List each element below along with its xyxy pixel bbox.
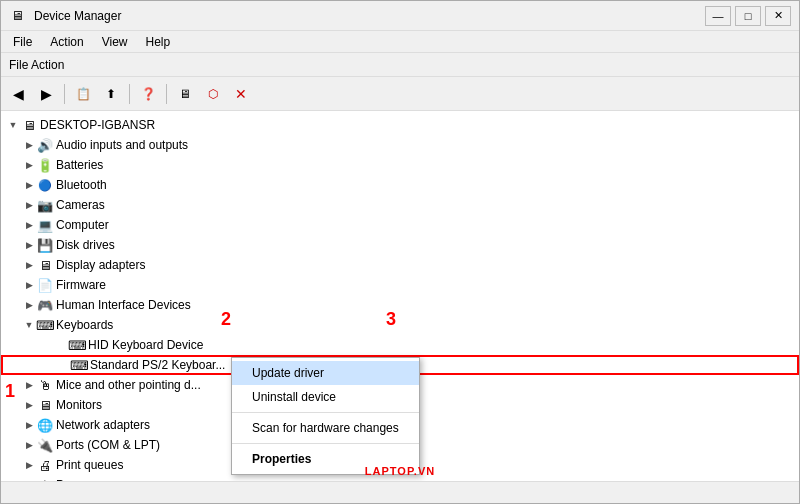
monitors-label: Monitors — [56, 398, 102, 412]
tree-cameras[interactable]: ▶ 📷 Cameras — [1, 195, 799, 215]
tree-hid-keyboard[interactable]: ▶ ⌨ HID Keyboard Device — [1, 335, 799, 355]
tree-processors[interactable]: ▶ ⚙ Processors — [1, 475, 799, 481]
ports-expander[interactable]: ▶ — [21, 437, 37, 453]
context-menu: Update driver Uninstall device Scan for … — [231, 357, 420, 475]
ps2-icon: ⌨ — [71, 357, 87, 373]
batteries-expander[interactable]: ▶ — [21, 157, 37, 173]
root-icon: 🖥 — [21, 117, 37, 133]
audio-icon: 🔊 — [37, 137, 53, 153]
monitors-icon: 🖥 — [37, 397, 53, 413]
tree-area[interactable]: ▼ 🖥 DESKTOP-IGBANSR ▶ 🔊 Audio inputs and… — [1, 111, 799, 481]
display-label: Display adapters — [56, 258, 145, 272]
window-title: Device Manager — [34, 9, 121, 23]
window-icon: 🖥 — [9, 8, 25, 24]
toolbar-back[interactable]: ◀ — [5, 82, 31, 106]
computer-expander[interactable]: ▶ — [21, 217, 37, 233]
title-bar: 🖥 Device Manager — □ ✕ — [1, 1, 799, 31]
print-expander[interactable]: ▶ — [21, 457, 37, 473]
tree-disk[interactable]: ▶ 💾 Disk drives — [1, 235, 799, 255]
tree-firmware[interactable]: ▶ 📄 Firmware — [1, 275, 799, 295]
tree-root[interactable]: ▼ 🖥 DESKTOP-IGBANSR — [1, 115, 799, 135]
toolbar-remove[interactable]: ✕ — [228, 82, 254, 106]
network-label: Network adapters — [56, 418, 150, 432]
print-label: Print queues — [56, 458, 123, 472]
ctx-separator-2 — [232, 443, 419, 444]
title-bar-left: 🖥 Device Manager — [9, 8, 121, 24]
main-content: ▼ 🖥 DESKTOP-IGBANSR ▶ 🔊 Audio inputs and… — [1, 111, 799, 481]
cameras-expander[interactable]: ▶ — [21, 197, 37, 213]
processors-icon: ⚙ — [37, 477, 53, 481]
monitors-expander[interactable]: ▶ — [21, 397, 37, 413]
disk-icon: 💾 — [37, 237, 53, 253]
toolbar-up[interactable]: ⬆ — [98, 82, 124, 106]
toolbar-separator-2 — [129, 84, 130, 104]
window: 🖥 Device Manager — □ ✕ File Action View … — [0, 0, 800, 504]
bluetooth-expander[interactable]: ▶ — [21, 177, 37, 193]
tree-computer[interactable]: ▶ 💻 Computer — [1, 215, 799, 235]
tree-audio[interactable]: ▶ 🔊 Audio inputs and outputs — [1, 135, 799, 155]
display-icon: 🖥 — [37, 257, 53, 273]
toolbar: ◀ ▶ 📋 ⬆ ❓ 🖥 ⬡ ✕ — [1, 77, 799, 111]
batteries-icon: 🔋 — [37, 157, 53, 173]
disk-label: Disk drives — [56, 238, 115, 252]
firmware-label: Firmware — [56, 278, 106, 292]
toolbar-forward[interactable]: ▶ — [33, 82, 59, 106]
cameras-label: Cameras — [56, 198, 105, 212]
annotation-1: 1 — [5, 381, 15, 402]
ports-label: Ports (COM & LPT) — [56, 438, 160, 452]
mice-expander[interactable]: ▶ — [21, 377, 37, 393]
minimize-button[interactable]: — — [705, 6, 731, 26]
toolbar-plugin[interactable]: ⬡ — [200, 82, 226, 106]
title-bar-controls: — □ ✕ — [705, 6, 791, 26]
toolbar-separator-1 — [64, 84, 65, 104]
ctx-separator — [232, 412, 419, 413]
toolbar-properties[interactable]: 📋 — [70, 82, 96, 106]
ctx-update-driver[interactable]: Update driver — [232, 361, 419, 385]
close-button[interactable]: ✕ — [765, 6, 791, 26]
toolbar-separator-3 — [166, 84, 167, 104]
annotation-3: 3 — [386, 309, 396, 330]
toolbar-help[interactable]: ❓ — [135, 82, 161, 106]
tree-hid[interactable]: ▶ 🎮 Human Interface Devices — [1, 295, 799, 315]
tree-bluetooth[interactable]: ▶ 🔵 Bluetooth — [1, 175, 799, 195]
menu-help[interactable]: Help — [138, 33, 179, 51]
root-expander[interactable]: ▼ — [5, 117, 21, 133]
hid-icon: 🎮 — [37, 297, 53, 313]
ports-icon: 🔌 — [37, 437, 53, 453]
hid-label: Human Interface Devices — [56, 298, 191, 312]
network-icon: 🌐 — [37, 417, 53, 433]
hid-expander[interactable]: ▶ — [21, 297, 37, 313]
ctx-scan[interactable]: Scan for hardware changes — [232, 416, 419, 440]
tree-display[interactable]: ▶ 🖥 Display adapters — [1, 255, 799, 275]
disk-expander[interactable]: ▶ — [21, 237, 37, 253]
bluetooth-icon: 🔵 — [37, 177, 53, 193]
hid-keyboard-icon: ⌨ — [69, 337, 85, 353]
hid-keyboard-label: HID Keyboard Device — [88, 338, 203, 352]
firmware-expander[interactable]: ▶ — [21, 277, 37, 293]
computer-label: Computer — [56, 218, 109, 232]
menu-bar: File Action View Help — [1, 31, 799, 53]
menu-view[interactable]: View — [94, 33, 136, 51]
action-label: File Action — [1, 53, 799, 77]
menu-file[interactable]: File — [5, 33, 40, 51]
audio-expander[interactable]: ▶ — [21, 137, 37, 153]
bluetooth-label: Bluetooth — [56, 178, 107, 192]
tree-batteries[interactable]: ▶ 🔋 Batteries — [1, 155, 799, 175]
mice-label: Mice and other pointing d... — [56, 378, 201, 392]
computer-icon: 💻 — [37, 217, 53, 233]
root-label: DESKTOP-IGBANSR — [40, 118, 155, 132]
ctx-properties[interactable]: Properties — [232, 447, 419, 471]
tree-keyboards[interactable]: ▼ ⌨ Keyboards — [1, 315, 799, 335]
keyboards-icon: ⌨ — [37, 317, 53, 333]
ps2-label: Standard PS/2 Keyboar... — [90, 358, 225, 372]
toolbar-device[interactable]: 🖥 — [172, 82, 198, 106]
processors-expander[interactable]: ▶ — [21, 477, 37, 481]
keyboards-label: Keyboards — [56, 318, 113, 332]
maximize-button[interactable]: □ — [735, 6, 761, 26]
display-expander[interactable]: ▶ — [21, 257, 37, 273]
menu-action[interactable]: Action — [42, 33, 91, 51]
mice-icon: 🖱 — [37, 377, 53, 393]
firmware-icon: 📄 — [37, 277, 53, 293]
ctx-uninstall[interactable]: Uninstall device — [232, 385, 419, 409]
network-expander[interactable]: ▶ — [21, 417, 37, 433]
